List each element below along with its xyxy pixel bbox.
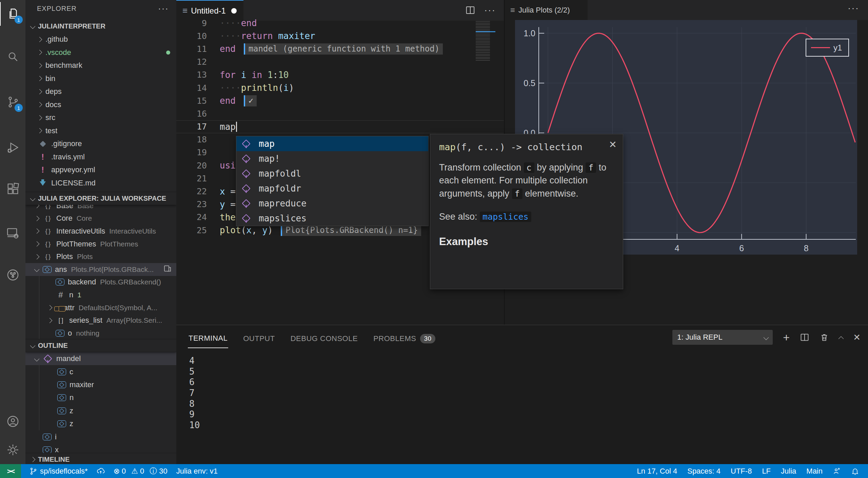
doc-see-also[interactable]: See also: mapslices xyxy=(439,212,614,222)
kill-terminal-icon[interactable] xyxy=(820,333,829,342)
workspace-row[interactable]: series_list Array{Plots.Seri... xyxy=(25,314,176,327)
panel-tab[interactable]: DEBUG CONSOLE xyxy=(290,330,358,348)
notifications-bell-icon[interactable] xyxy=(851,467,859,475)
code-line[interactable]: 15 end ✓ xyxy=(176,94,504,107)
explorer-more-icon[interactable]: ··· xyxy=(158,3,169,14)
section-header-julia-workspace[interactable]: JULIA EXPLORER: JULIA WORKSPACE xyxy=(25,192,176,205)
outline-row[interactable]: i xyxy=(25,430,176,443)
open-to-side-icon[interactable] xyxy=(163,264,172,275)
branch-status[interactable]: sp/isdeflocals* xyxy=(29,467,88,476)
explorer-activity-button[interactable]: 1 xyxy=(0,2,25,26)
completion-item[interactable]: map xyxy=(236,136,428,151)
code-line[interactable]: 9 ····end xyxy=(176,17,504,29)
account-button[interactable] xyxy=(0,410,25,433)
plots-header: ≡ Julia Plots (2/2) ··· xyxy=(505,0,868,20)
workspace-row[interactable]: backend Plots.GRBackend() xyxy=(25,276,176,289)
editor-more-icon[interactable]: ··· xyxy=(484,5,496,16)
code-line[interactable]: 10 ····return maxiter xyxy=(176,29,504,42)
completion-item[interactable]: mapslices xyxy=(236,211,428,226)
file-tree-row[interactable]: benchmark xyxy=(25,59,176,72)
symbol-icon xyxy=(43,213,53,223)
maximize-panel-icon[interactable] xyxy=(839,336,844,341)
indentation-status[interactable]: Spaces: 4 xyxy=(687,467,721,476)
remote-indicator[interactable]: >< xyxy=(0,464,21,478)
code-line[interactable]: 16 xyxy=(176,107,504,120)
workspace-row[interactable]: ans Plots.Plot{Plots.GRBack... xyxy=(25,263,176,276)
language-status[interactable]: Julia xyxy=(781,467,796,476)
file-tree-row[interactable]: src xyxy=(25,111,176,124)
julia-activity-button[interactable] xyxy=(0,263,25,287)
workspace-row[interactable]: o nothing xyxy=(25,327,176,340)
file-tree-row[interactable]: appveyor.yml xyxy=(25,163,176,177)
outline-row[interactable]: z xyxy=(25,404,176,417)
split-editor-icon[interactable] xyxy=(465,5,475,15)
file-tree-row[interactable]: deps xyxy=(25,85,176,98)
run-debug-activity-button[interactable] xyxy=(0,136,25,159)
file-tree-row[interactable]: bin xyxy=(25,72,176,85)
encoding-status[interactable]: UTF-8 xyxy=(731,467,752,476)
completion-item[interactable]: map! xyxy=(236,151,428,166)
terminal-line: 10 xyxy=(189,420,200,431)
outline-row[interactable]: z xyxy=(25,417,176,430)
remote-explorer-activity-button[interactable] xyxy=(0,221,25,245)
file-tree-row[interactable]: .travis.yml xyxy=(25,151,176,164)
code-line[interactable]: 12 xyxy=(176,56,504,68)
code-token: , xyxy=(252,225,262,235)
completion-item[interactable]: mapfoldl xyxy=(236,166,428,181)
workspace-row[interactable]: Plots Plots xyxy=(25,250,176,263)
outline-row[interactable]: c xyxy=(25,365,176,378)
file-tree-row[interactable]: LICENSE.md xyxy=(25,177,176,190)
file-tree-row[interactable]: docs xyxy=(25,98,176,112)
file-tree-row[interactable]: .gitignore xyxy=(25,137,176,151)
panel-tab[interactable]: OUTPUT xyxy=(242,330,275,348)
feedback-icon[interactable] xyxy=(833,467,841,475)
julia-env-status[interactable]: Julia env: v1 xyxy=(176,467,218,476)
panel-tab[interactable]: PROBLEMS 30 xyxy=(373,329,436,348)
close-icon[interactable]: ✕ xyxy=(609,139,617,150)
workspace-row[interactable]: PlotThemes PlotThemes xyxy=(25,238,176,251)
minimap[interactable] xyxy=(476,21,495,62)
section-header-timeline[interactable]: TIMELINE xyxy=(25,453,176,464)
symbol-name: ans xyxy=(55,265,67,274)
symbol-cube-icon xyxy=(241,198,251,208)
eol-status[interactable]: LF xyxy=(762,467,771,476)
code-line[interactable]: 13 for i in 1:10 xyxy=(176,68,504,81)
completion-item[interactable]: mapfoldr xyxy=(236,181,428,196)
panel-tab[interactable]: TERMINAL xyxy=(188,329,228,348)
section-header-outline[interactable]: OUTLINE xyxy=(25,339,176,352)
file-tree-row[interactable]: .vscode xyxy=(25,46,176,59)
terminal-output[interactable]: 45678910 xyxy=(189,356,200,452)
file-tree-row[interactable]: test xyxy=(25,124,176,138)
workspace-row[interactable]: n 1 xyxy=(25,288,176,301)
outline-row[interactable]: mandel xyxy=(25,352,176,365)
extensions-activity-button[interactable] xyxy=(0,177,25,201)
tab-julia-plots[interactable]: ≡ Julia Plots (2/2) xyxy=(505,0,588,20)
symbol-type: DefaultsDict{Symbol, A... xyxy=(79,304,157,312)
outline-row[interactable]: maxiter xyxy=(25,378,176,391)
code-line[interactable]: 14 ····println(i) xyxy=(176,81,504,94)
file-tree: .github .vscode benchmark bin xyxy=(25,33,176,190)
unsaved-dot-icon[interactable] xyxy=(231,8,237,14)
problems-status[interactable]: ⊗0 ⚠0 ⓘ30 xyxy=(114,466,167,476)
new-terminal-icon[interactable]: + xyxy=(783,331,790,344)
section-header-juliainterpreter[interactable]: JULIAINTERPRETER xyxy=(25,20,176,33)
plots-more-icon[interactable]: ··· xyxy=(848,3,859,14)
search-activity-button[interactable] xyxy=(0,45,25,68)
close-panel-icon[interactable]: ✕ xyxy=(853,332,861,343)
terminal-select[interactable]: 1: Julia REPL xyxy=(672,330,773,345)
file-tree-row[interactable]: .github xyxy=(25,33,176,46)
gitlens-mode-status[interactable]: Main xyxy=(806,467,823,476)
symbol-type: Plots xyxy=(77,253,93,261)
sync-status[interactable] xyxy=(97,467,105,475)
completion-item[interactable]: mapreduce xyxy=(236,196,428,211)
workspace-row[interactable]: attr DefaultsDict{Symbol, A... xyxy=(25,301,176,314)
outline-row[interactable]: n xyxy=(25,391,176,404)
source-control-activity-button[interactable]: 1 xyxy=(0,90,25,114)
workspace-row[interactable]: Core Core xyxy=(25,212,176,225)
cursor-position-status[interactable]: Ln 17, Col 4 xyxy=(637,467,677,476)
settings-button[interactable] xyxy=(0,438,25,462)
code-line[interactable]: 17 map xyxy=(176,120,504,133)
code-line[interactable]: 11 end mandel (generic function with 1 m… xyxy=(176,42,504,55)
split-terminal-icon[interactable] xyxy=(800,333,809,342)
workspace-row[interactable]: InteractiveUtils InteractiveUtils xyxy=(25,225,176,238)
